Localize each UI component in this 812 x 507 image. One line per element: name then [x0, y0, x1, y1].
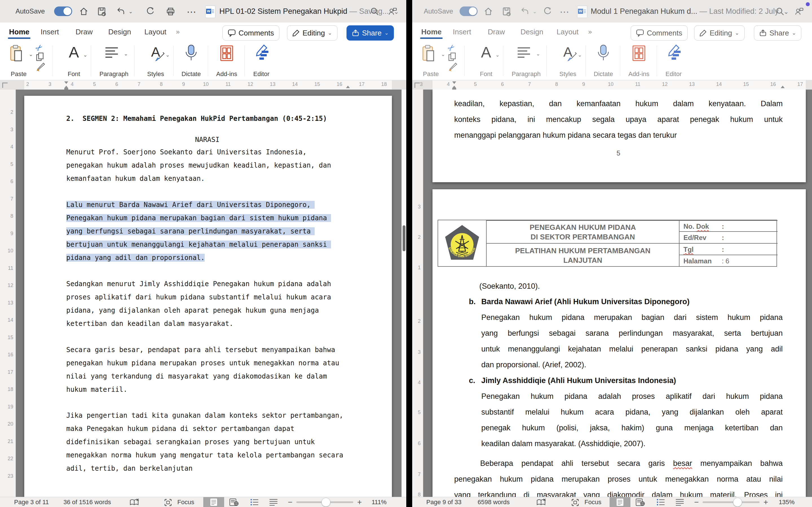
vertical-scrollbar[interactable]	[402, 90, 406, 497]
cut-icon[interactable]: ✂	[33, 42, 45, 54]
tab-design[interactable]: Design	[107, 22, 132, 41]
undo-chevron-icon[interactable]: ⌄	[129, 8, 133, 15]
view-web-layout-button[interactable]	[229, 498, 239, 506]
doc-heading[interactable]: 2. SEGMEN 2: Memahami Penegakan HukPid P…	[66, 112, 327, 125]
zoom-out-button[interactable]: −	[694, 497, 699, 507]
copy-icon[interactable]	[36, 52, 45, 61]
paste-group[interactable]: ⌄ ✂ Paste	[7, 42, 50, 80]
dictate-group[interactable]: Dictate	[178, 42, 204, 80]
print-icon[interactable]	[166, 7, 175, 16]
vertical-ruler-left[interactable]: 234567891011121314151617181920212223	[0, 90, 16, 497]
hanging-indent-marker[interactable]	[64, 86, 68, 88]
paragraph-group[interactable]: ⌄ Paragraph	[98, 42, 130, 80]
view-print-layout-button[interactable]	[610, 497, 630, 507]
paragraph[interactable]: Jika pengertian tadi kita gunakan dalam …	[66, 409, 347, 475]
save-icon[interactable]	[97, 7, 107, 16]
view-web-layout-button[interactable]	[636, 498, 645, 506]
font-chevron-icon[interactable]: ⌄	[83, 52, 87, 58]
focus-button[interactable]: Focus	[177, 497, 194, 507]
comments-button[interactable]: Comments	[631, 25, 688, 41]
tab-overflow-icon[interactable]: »	[588, 22, 591, 41]
zoom-percentage[interactable]: 111%	[371, 497, 387, 507]
paragraph[interactable]: Menurut Prof. Soerjono Soekanto dari Uni…	[66, 146, 335, 185]
styles-chevron-icon[interactable]: ⌄	[578, 52, 582, 58]
view-outline-button[interactable]	[250, 499, 259, 506]
paragraph[interactable]: Secara garis besar, pendapat para ahli t…	[66, 343, 343, 396]
addins-group[interactable]: Add-ins	[625, 42, 652, 80]
horizontal-ruler-left[interactable]: 23456789101112131415161718	[0, 80, 406, 90]
paragraph[interactable]: Sedangkan menurut Jimly Asshiddiqie Pene…	[66, 277, 335, 330]
zoom-out-button[interactable]: −	[288, 497, 292, 507]
page-indicator[interactable]: Page 3 of 11	[14, 497, 49, 507]
paste-chevron-icon[interactable]: ⌄	[441, 51, 445, 57]
cut-icon[interactable]: ✂	[446, 42, 457, 54]
right-indent-marker[interactable]	[781, 86, 784, 88]
tab-home[interactable]: Home	[8, 22, 31, 41]
share-contact-icon[interactable]	[795, 7, 804, 16]
tab-selector-icon[interactable]	[2, 82, 8, 88]
more-options-icon[interactable]: ⋯	[560, 8, 569, 16]
tab-draw[interactable]: Draw	[487, 22, 506, 41]
page-indicator[interactable]: Page 9 of 33	[426, 497, 462, 507]
home-icon[interactable]	[484, 7, 493, 16]
tab-insert[interactable]: Insert	[40, 22, 60, 41]
focus-button[interactable]: Focus	[585, 497, 601, 507]
share-button[interactable]: Share ⌄	[347, 25, 394, 41]
paragraph-selected[interactable]: Lalu menurut Barda Nawawi Arief dari Uni…	[66, 198, 331, 265]
autosave-toggle[interactable]	[54, 6, 72, 16]
view-print-layout-button[interactable]	[203, 497, 224, 507]
table-tgl-cell[interactable]: Tgl :	[679, 243, 777, 255]
paragraph-chevron-icon[interactable]: ⌄	[124, 51, 128, 57]
addins-group[interactable]: Add-ins	[213, 42, 240, 80]
paste-group[interactable]: ⌄ ✂ Paste	[419, 42, 462, 80]
undo-icon[interactable]	[520, 7, 530, 16]
editing-button[interactable]: Editing ⌄	[694, 25, 745, 41]
right-indent-marker[interactable]	[346, 86, 350, 88]
word-count[interactable]: 36 of 1516 words	[63, 497, 111, 507]
zoom-in-button[interactable]: +	[357, 497, 362, 507]
scrollbar-thumb[interactable]	[403, 225, 405, 251]
tab-layout[interactable]: Layout	[555, 22, 580, 41]
zoom-slider-thumb[interactable]	[321, 498, 331, 507]
paragraph-chevron-icon[interactable]: ⌄	[536, 51, 540, 57]
table-no-dok-cell[interactable]: No. Dok :	[679, 220, 777, 231]
proofing-icon[interactable]	[536, 499, 546, 506]
paragraph-group[interactable]: ⌄ Paragraph	[510, 42, 542, 80]
zoom-slider-thumb[interactable]	[733, 498, 742, 507]
more-options-icon[interactable]: ⋯	[187, 8, 196, 16]
redo-icon[interactable]	[543, 7, 552, 16]
first-line-indent-marker[interactable]	[64, 81, 68, 84]
vertical-ruler-right[interactable]: 3212345678	[412, 90, 423, 497]
tab-selector-icon[interactable]	[414, 82, 420, 88]
citation-line[interactable]: (Soekanto, 2010).	[479, 278, 540, 294]
comments-button[interactable]: Comments	[222, 25, 280, 41]
paste-icon[interactable]	[10, 45, 28, 63]
document-header-table[interactable]: ENERGI DAN SUMBER DAYA MINERAL PENEGAKAN…	[438, 220, 777, 267]
word-count[interactable]: 6598 words	[477, 497, 510, 507]
redo-icon[interactable]	[146, 7, 155, 16]
styles-chevron-icon[interactable]: ⌄	[165, 52, 170, 58]
undo-chevron-icon[interactable]: ⌄	[532, 8, 537, 15]
font-group[interactable]: A ⌄ Font	[472, 42, 500, 80]
list-item-b-body[interactable]: Penegakan hukum pidana merupakan bagian …	[481, 309, 783, 373]
editor-group[interactable]: Editor	[661, 42, 686, 80]
doc-subheading[interactable]: NARASI	[66, 133, 348, 147]
tab-insert[interactable]: Insert	[452, 22, 472, 41]
proofing-icon[interactable]	[130, 499, 140, 506]
autosave-toggle[interactable]	[460, 6, 477, 16]
font-chevron-icon[interactable]: ⌄	[495, 52, 500, 58]
copy-icon[interactable]	[448, 52, 457, 61]
zoom-in-button[interactable]: +	[763, 497, 768, 507]
font-group[interactable]: A ⌄ Font	[60, 42, 88, 80]
tab-design[interactable]: Design	[519, 22, 545, 41]
paragraph[interactable]: keadilan, kepastian, dan kemanfaatan huk…	[454, 96, 783, 143]
styles-group[interactable]: A ⌄ Styles	[142, 42, 170, 80]
first-line-indent-marker[interactable]	[452, 81, 456, 84]
zoom-slider-track[interactable]	[703, 501, 760, 503]
document-title[interactable]: Modul 1 Penegakan Hukum d... — Last Modi…	[591, 0, 789, 23]
tab-layout[interactable]: Layout	[143, 22, 167, 41]
list-item-c-body[interactable]: Penegakan hukum pidana adalah proses apl…	[481, 388, 783, 452]
table-title-cell[interactable]: PENEGAKAN HUKUM PIDANADI SEKTOR PERTAMBA…	[486, 220, 679, 243]
closing-paragraph[interactable]: Beberapa pendapat ahli tersebut secara g…	[454, 455, 783, 497]
hanging-indent-marker[interactable]	[452, 86, 456, 88]
